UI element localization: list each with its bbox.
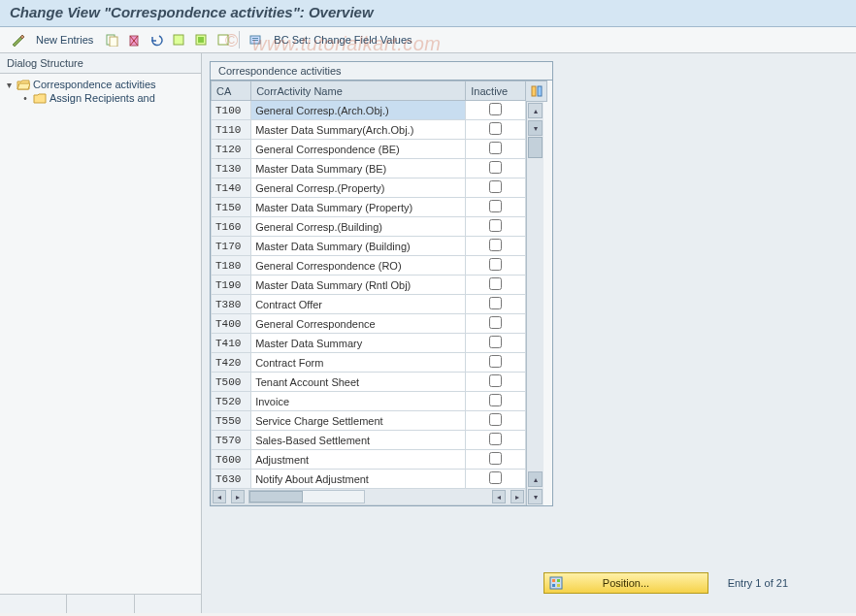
table-row[interactable]: T110Master Data Summary(Arch.Obj.) [212,120,526,140]
cell-ca[interactable]: T500 [212,373,251,392]
table-row[interactable]: T150Master Data Summary (Property) [212,198,526,217]
vscroll-thumb[interactable] [528,137,543,158]
cell-ca[interactable]: T120 [212,140,251,159]
tree-collapse-icon[interactable]: ▾ [4,80,14,90]
cell-name[interactable]: Master Data Summary (Building) [251,237,466,256]
copy-as-icon[interactable] [102,30,121,49]
inactive-checkbox[interactable] [489,239,502,251]
table-row[interactable]: T520Invoice [212,392,526,411]
inactive-checkbox[interactable] [489,103,502,115]
column-header-name[interactable]: CorrActivity Name [251,81,466,101]
tree-node-assign-recipients[interactable]: • Assign Recipients and [2,91,199,105]
table-row[interactable]: T380Contract Offer [212,295,526,314]
inactive-checkbox[interactable] [489,471,502,484]
table-row[interactable]: T400General Correspondence [212,314,526,334]
new-entries-button[interactable]: New Entries [30,32,99,48]
table-row[interactable]: T120General Correspondence (BE) [212,140,526,159]
table-row[interactable]: T630Notify About Adjustment [212,470,526,489]
table-row[interactable]: T100General Corresp.(Arch.Obj.) [212,101,526,120]
cell-name[interactable]: Tenant Account Sheet [251,373,466,392]
cell-name[interactable]: Master Data Summary (BE) [251,159,466,178]
select-block-icon[interactable] [191,30,211,49]
bc-set-icon[interactable] [246,30,265,49]
hscroll-right2-icon[interactable]: ▸ [510,490,524,503]
cell-name[interactable]: Master Data Summary [251,334,466,353]
vscroll-down2-icon[interactable]: ▴ [528,471,543,487]
bc-set-button[interactable]: BC Set: Change Field Values [268,32,417,48]
table-row[interactable]: T140General Corresp.(Property) [212,178,526,198]
column-header-ca[interactable]: CA [212,81,251,101]
table-row[interactable]: T130Master Data Summary (BE) [212,159,526,178]
horizontal-scrollbar[interactable]: ◂ ▸ ◂ ▸ [212,489,526,505]
configure-columns-icon[interactable] [526,81,547,102]
table-row[interactable]: T160General Corresp.(Building) [212,217,526,237]
hscroll-left2-icon[interactable]: ◂ [492,490,506,503]
inactive-checkbox[interactable] [489,413,502,426]
inactive-checkbox[interactable] [489,180,502,193]
inactive-checkbox[interactable] [489,161,502,174]
cell-name[interactable]: Notify About Adjustment [251,470,466,489]
vscroll-up2-icon[interactable]: ▾ [528,120,543,136]
cell-name[interactable]: Service Charge Settlement [251,411,466,431]
cell-ca[interactable]: T140 [212,178,251,198]
vscroll-up-icon[interactable]: ▴ [528,103,543,118]
table-row[interactable]: T570Sales-Based Settlement [212,431,526,450]
cell-name[interactable]: General Corresp.(Property) [251,178,466,198]
inactive-checkbox[interactable] [489,219,502,232]
cell-ca[interactable]: T190 [212,276,251,295]
tree-node-correspondence-activities[interactable]: ▾ Correspondence activities [2,78,199,91]
position-button[interactable]: Position... [543,572,708,594]
cell-ca[interactable]: T150 [212,198,251,217]
cell-name[interactable]: Master Data Summary(Arch.Obj.) [251,120,466,140]
cell-name[interactable]: Master Data Summary (Property) [251,198,466,217]
inactive-checkbox[interactable] [489,394,502,406]
cell-name[interactable]: General Corresp.(Building) [251,217,466,237]
inactive-checkbox[interactable] [489,258,502,271]
cell-name[interactable]: General Correspondence (RO) [251,256,466,276]
table-row[interactable]: T180General Correspondence (RO) [212,256,526,276]
cell-ca[interactable]: T520 [212,392,251,411]
cell-ca[interactable]: T160 [212,217,251,237]
inactive-checkbox[interactable] [489,277,502,290]
undo-change-icon[interactable] [147,30,166,49]
inactive-checkbox[interactable] [489,433,502,445]
inactive-checkbox[interactable] [489,374,502,387]
table-row[interactable]: T190Master Data Summary (Rntl Obj) [212,276,526,295]
vertical-scrollbar[interactable]: ▴ ▾ ▴ ▾ [526,102,543,505]
inactive-checkbox[interactable] [489,200,502,212]
delete-icon[interactable] [124,30,144,49]
cell-name[interactable]: General Correspondence [251,314,466,334]
inactive-checkbox[interactable] [489,297,502,309]
inactive-checkbox[interactable] [489,142,502,154]
inactive-checkbox[interactable] [489,122,502,135]
deselect-all-icon[interactable] [214,30,233,49]
inactive-checkbox[interactable] [489,316,502,329]
column-header-inactive[interactable]: Inactive [466,81,526,101]
cell-name[interactable]: General Corresp.(Arch.Obj.) [251,101,466,120]
hscroll-left-icon[interactable]: ◂ [213,490,226,503]
cell-ca[interactable]: T400 [212,314,251,334]
cell-name[interactable]: Master Data Summary (Rntl Obj) [251,276,466,295]
cell-ca[interactable]: T110 [212,120,251,140]
cell-ca[interactable]: T420 [212,353,251,373]
cell-ca[interactable]: T410 [212,334,251,353]
inactive-checkbox[interactable] [489,452,502,465]
cell-name[interactable]: Contract Form [251,353,466,373]
cell-ca[interactable]: T570 [212,431,251,450]
vscroll-down-icon[interactable]: ▾ [528,489,543,504]
cell-name[interactable]: Contract Offer [251,295,466,314]
select-all-icon[interactable] [169,30,188,49]
cell-ca[interactable]: T180 [212,256,251,276]
table-row[interactable]: T600Adjustment [212,450,526,470]
table-row[interactable]: T420Contract Form [212,353,526,373]
toggle-display-change-icon[interactable] [8,30,27,49]
cell-ca[interactable]: T550 [212,411,251,431]
cell-ca[interactable]: T130 [212,159,251,178]
cell-name[interactable]: General Correspondence (BE) [251,140,466,159]
hscroll-right-icon[interactable]: ▸ [231,490,245,503]
cell-ca[interactable]: T380 [212,295,251,314]
cell-name[interactable]: Invoice [251,392,466,411]
table-row[interactable]: T500Tenant Account Sheet [212,373,526,392]
table-row[interactable]: T170Master Data Summary (Building) [212,237,526,256]
inactive-checkbox[interactable] [489,355,502,368]
